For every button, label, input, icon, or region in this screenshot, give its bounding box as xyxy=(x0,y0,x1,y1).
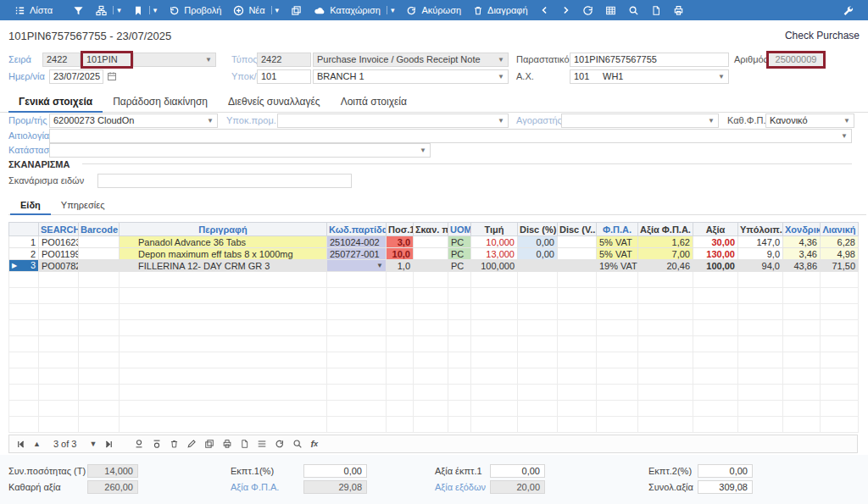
tab-international[interactable]: Διεθνείς συναλλαγές xyxy=(218,93,331,112)
remove-row-icon[interactable] xyxy=(152,439,162,449)
grid-column-header-6[interactable]: Σκαν. π... xyxy=(414,223,448,236)
grid-cell-price[interactable]: 10,000 xyxy=(471,236,518,248)
new-button[interactable]: Νέα ▾ xyxy=(227,0,285,20)
next-row-icon[interactable]: ▼ xyxy=(89,440,97,448)
grid-cell-vat[interactable]: 5% VAT xyxy=(597,248,638,260)
grid-column-header-3[interactable]: Περιγραφή xyxy=(120,223,327,236)
grid-column-header-15[interactable]: Χονδρική xyxy=(783,223,821,236)
grid-cell-num[interactable]: 2 xyxy=(9,248,39,260)
grid-cell-barcode[interactable] xyxy=(79,248,120,260)
chevron-down-icon[interactable]: ▼ xyxy=(841,130,848,142)
tools-button[interactable] xyxy=(837,0,860,20)
grid-row[interactable]: 2PO011994Depon maximum eff tabs 8 x 1000… xyxy=(9,248,859,260)
grid-cell-retail[interactable]: 71,50 xyxy=(821,260,859,272)
formula-icon[interactable]: fx xyxy=(310,439,318,449)
grid-cell-vat[interactable]: 5% VAT xyxy=(597,236,638,248)
discount-value1-field[interactable]: 0,00 xyxy=(490,464,545,478)
vat-regime-field[interactable]: ▼Κανονικό xyxy=(765,114,854,128)
branch-code-field[interactable]: 101 xyxy=(257,69,311,84)
export-grid-icon[interactable] xyxy=(240,439,249,449)
document-button[interactable] xyxy=(645,0,667,20)
grid-cell-value[interactable]: 130,00 xyxy=(693,248,738,260)
series-value-field[interactable]: 101PIN xyxy=(81,51,133,69)
branch-value-field[interactable]: ▼BRANCH 1 xyxy=(313,69,509,84)
grid-column-header-1[interactable]: SEARCH xyxy=(39,223,79,236)
grid-cell-uom[interactable]: PC xyxy=(448,248,471,260)
calendar-icon[interactable] xyxy=(107,71,117,81)
grid-row[interactable]: 1PO016237Panadol Advance 36 Tabs251024-0… xyxy=(9,236,859,248)
grid-cell-scan[interactable] xyxy=(414,248,448,260)
number-field[interactable]: 25000009 xyxy=(766,51,826,69)
search-button[interactable] xyxy=(622,0,645,20)
undo-grid-icon[interactable] xyxy=(275,439,285,449)
status-field[interactable]: ▼ xyxy=(49,143,431,158)
chevron-down-icon[interactable]: ▼ xyxy=(718,70,725,83)
grid-cell-wholesale[interactable]: 43,86 xyxy=(783,260,821,272)
grid-column-header-16[interactable]: Λιανική xyxy=(821,223,859,236)
grid-column-header-10[interactable]: Disc (V... xyxy=(558,223,597,236)
grid-cell-desc[interactable]: Panadol Advance 36 Tabs xyxy=(120,236,327,248)
grid-column-header-0[interactable] xyxy=(9,223,39,236)
grid-cell-uom[interactable]: PC xyxy=(448,236,471,248)
grid-cell-uom[interactable]: PC xyxy=(448,260,471,272)
grid-cell-qty[interactable]: 1,0 xyxy=(387,260,414,272)
grid-column-header-4[interactable]: Κωδ.παρτίδας xyxy=(327,223,387,236)
grid-cell-balance[interactable]: 9,0 xyxy=(738,248,783,260)
grid-cell-search[interactable]: PO016237 xyxy=(39,236,79,248)
grid-cell-balance[interactable]: 94,0 xyxy=(738,260,783,272)
append-row-icon[interactable] xyxy=(134,439,144,449)
grid-cell-wholesale[interactable]: 4,36 xyxy=(783,236,821,248)
print-button[interactable] xyxy=(667,0,690,20)
grid-cell-vat_value[interactable]: 1,62 xyxy=(638,236,693,248)
copy-row-icon[interactable] xyxy=(204,439,214,449)
search-grid-icon[interactable] xyxy=(292,439,303,449)
tab-general[interactable]: Γενικά στοιχεία xyxy=(8,93,103,113)
grid-cell-scan[interactable] xyxy=(414,260,448,272)
print-grid-icon[interactable] xyxy=(222,439,232,449)
reason-field[interactable]: ▼ xyxy=(49,129,852,143)
grid-column-header-2[interactable]: Barcode xyxy=(79,223,120,236)
grid-cell-search[interactable]: PO011994 xyxy=(39,248,79,260)
bookmark-dropdown-caret[interactable]: ▾ xyxy=(149,6,158,14)
grid-cell-vat_value[interactable]: 7,00 xyxy=(638,248,693,260)
grid-cell-disc_pct[interactable]: 0,00 xyxy=(518,248,558,260)
delete-row-icon[interactable] xyxy=(170,439,179,449)
grid-cell-scan[interactable] xyxy=(414,236,448,248)
chevron-down-icon[interactable]: ▼ xyxy=(498,114,504,127)
grid-cell-desc[interactable]: FILLERINA 12- DAY CRM GR 3 xyxy=(120,260,327,272)
chevron-down-icon[interactable]: ▼ xyxy=(205,53,212,66)
discount1-field[interactable]: 0,00 xyxy=(303,464,367,478)
grid-column-header-12[interactable]: Αξία Φ.Π.Α. xyxy=(638,223,693,236)
warehouse-field[interactable]: ▼101WH1 xyxy=(570,69,729,84)
first-record-icon[interactable] xyxy=(16,440,25,449)
copy-button[interactable] xyxy=(285,0,308,20)
grid-cell-price[interactable]: 13,000 xyxy=(471,248,518,260)
grid-column-header-9[interactable]: Disc (%) xyxy=(518,223,558,236)
grid-view-button[interactable] xyxy=(599,0,622,20)
grid-cell-disc_v[interactable] xyxy=(558,260,597,272)
grid-cell-num[interactable]: ▶3 xyxy=(9,260,39,272)
chevron-down-icon[interactable]: ▼ xyxy=(498,53,504,66)
cancel-button[interactable]: Ακύρωση xyxy=(400,0,467,20)
list-button[interactable]: Λίστα xyxy=(8,0,58,20)
type-code-field[interactable]: 2422 xyxy=(257,53,311,67)
chevron-down-icon[interactable]: ▼ xyxy=(708,114,715,127)
grid-cell-retail[interactable]: 6,28 xyxy=(821,236,859,248)
grid-row[interactable]: ▶3PO007822FILLERINA 12- DAY CRM GR 3▼1,0… xyxy=(9,260,859,272)
edit-row-icon[interactable] xyxy=(186,439,197,449)
grand-total-field[interactable]: 309,08 xyxy=(698,480,753,494)
save-dropdown-caret[interactable]: ▾ xyxy=(387,6,395,14)
grid-cell-batch[interactable]: ▼ xyxy=(327,260,387,272)
new-dropdown-caret[interactable]: ▾ xyxy=(271,6,280,14)
chevron-down-icon[interactable]: ▼ xyxy=(843,114,850,127)
grid-column-header-13[interactable]: Αξία xyxy=(693,223,738,236)
tab-other[interactable]: Λοιπά στοιχεία xyxy=(331,93,417,112)
view-button[interactable]: Προβολή xyxy=(163,0,227,20)
grid-cell-disc_v[interactable] xyxy=(558,248,597,260)
scan-items-input[interactable] xyxy=(97,174,352,188)
bookmark-button[interactable]: ▾ xyxy=(127,0,164,20)
grid-cell-qty[interactable]: 3,0 xyxy=(387,236,414,248)
grid-column-header-5[interactable]: Ποσ.1 xyxy=(387,223,414,236)
grid-column-header-8[interactable]: Τιμή xyxy=(471,223,518,236)
layout-grid-icon[interactable] xyxy=(257,439,267,449)
